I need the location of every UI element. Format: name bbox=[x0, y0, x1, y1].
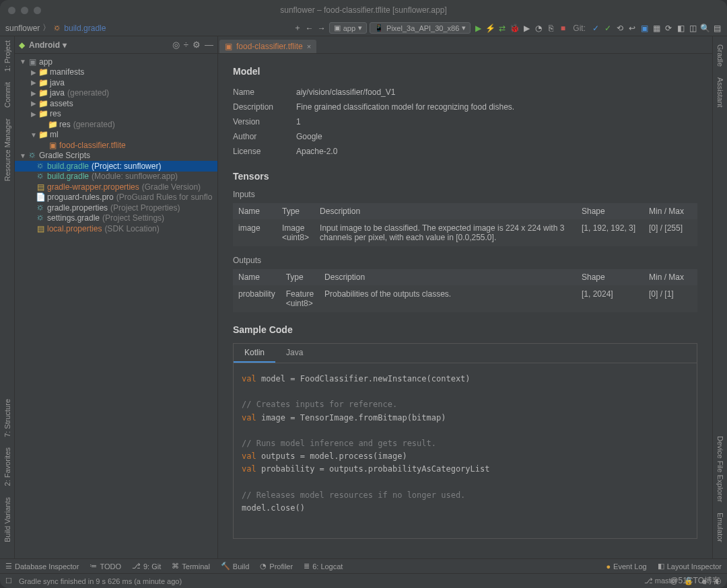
th-type: Type bbox=[281, 269, 319, 285]
tree-node-res[interactable]: ▶📁res bbox=[15, 109, 217, 120]
tree-node-wrapper-props[interactable]: ▤gradle-wrapper.properties(Gradle Versio… bbox=[15, 182, 217, 192]
device-selector[interactable]: 📱 Pixel_3a_API_30_x86 ▾ bbox=[370, 22, 471, 34]
stop-icon[interactable]: ■ bbox=[558, 24, 567, 33]
rail-device-file-explorer[interactable]: Device File Explorer bbox=[716, 436, 724, 502]
status-toggle-icon[interactable]: ☐ bbox=[5, 577, 12, 585]
close-tab-icon[interactable]: × bbox=[307, 42, 311, 50]
tree-node-manifests[interactable]: ▶📁manifests bbox=[15, 67, 217, 78]
rail-project[interactable]: 1: Project bbox=[3, 40, 11, 71]
btn-build[interactable]: 🔨 Build bbox=[221, 562, 249, 571]
maximize-window-icon[interactable] bbox=[34, 7, 41, 14]
window-controls[interactable] bbox=[8, 7, 41, 14]
apply-code-icon[interactable]: ⇄ bbox=[497, 24, 507, 33]
rail-assistant[interactable]: Assistant bbox=[716, 77, 724, 108]
structure-icon[interactable]: ◫ bbox=[688, 24, 697, 33]
profile-icon[interactable]: ◔ bbox=[534, 24, 543, 33]
tree-node-local-props[interactable]: ▤local.properties(SDK Location) bbox=[15, 223, 217, 234]
output-type: Feature <uint8> bbox=[281, 285, 319, 312]
add-config-icon[interactable]: ＋ bbox=[293, 24, 302, 33]
bottom-toolbar: ☰ Database Inspector ≔ TODO ⎇ 9: Git ⌘ T… bbox=[0, 558, 727, 573]
project-panel: ◆ Android ▾ ◎ ÷ ⚙ — ▼▣app ▶📁manifests ▶📁… bbox=[15, 36, 218, 558]
tab-kotlin[interactable]: Kotlin bbox=[234, 344, 275, 363]
tree-node-gradle-props[interactable]: ⛭gradle.properties(Project Properties) bbox=[15, 203, 217, 213]
inputs-table: Name Type Description Shape Min / Max im… bbox=[233, 203, 697, 246]
apply-changes-icon[interactable]: ⚡ bbox=[485, 24, 495, 33]
sdk-manager-icon[interactable]: ▦ bbox=[652, 24, 661, 33]
git-update-icon[interactable]: ✓ bbox=[591, 24, 600, 33]
btn-git[interactable]: ⎇ 9: Git bbox=[132, 562, 161, 571]
project-view-selector[interactable]: Android ▾ bbox=[29, 40, 67, 50]
btn-terminal[interactable]: ⌘ Terminal bbox=[172, 562, 210, 571]
rail-emulator[interactable]: Emulator bbox=[716, 513, 724, 542]
avd-manager-icon[interactable]: ▣ bbox=[639, 24, 649, 33]
tree-node-res-generated[interactable]: 📁res(generated) bbox=[15, 119, 217, 130]
top-toolbar: sunflower 〉 ⛭ build.gradle ＋ ← → ▣ app ▾… bbox=[0, 20, 727, 36]
rail-favorites[interactable]: 2: Favorites bbox=[3, 447, 11, 486]
settings-icon[interactable]: ▤ bbox=[712, 24, 722, 33]
hide-panel-icon[interactable]: — bbox=[205, 40, 213, 50]
btn-profiler[interactable]: ◔ Profiler bbox=[260, 562, 293, 571]
breadcrumb-project[interactable]: sunflower bbox=[5, 24, 40, 33]
close-window-icon[interactable] bbox=[8, 7, 15, 14]
btn-database-inspector[interactable]: ☰ Database Inspector bbox=[5, 562, 79, 571]
rail-commit[interactable]: Commit bbox=[3, 82, 11, 108]
run-config-selector[interactable]: ▣ app ▾ bbox=[329, 22, 367, 34]
layout-inspector-icon[interactable]: ◧ bbox=[676, 24, 685, 33]
model-name-value: aiy/vision/classifier/food_V1 bbox=[296, 87, 697, 97]
debug-icon[interactable]: 🐞 bbox=[510, 24, 519, 33]
project-tree[interactable]: ▼▣app ▶📁manifests ▶📁java ▶📁java(generate… bbox=[15, 54, 217, 237]
forward-icon[interactable]: → bbox=[317, 24, 326, 33]
project-panel-header: ◆ Android ▾ ◎ ÷ ⚙ — bbox=[15, 36, 217, 54]
tree-node-settings-gradle[interactable]: ⛭settings.gradle(Project Settings) bbox=[15, 213, 217, 224]
input-minmax: [0] / [255] bbox=[644, 219, 697, 246]
tree-node-build-gradle-project[interactable]: ⛭build.gradle(Project: sunflower) bbox=[15, 161, 217, 172]
sync-gradle-icon[interactable]: ⟳ bbox=[664, 24, 673, 33]
tab-food-classifier[interactable]: ▣ food-classifier.tflite × bbox=[219, 40, 316, 53]
rail-structure[interactable]: 7: Structure bbox=[3, 399, 11, 437]
rail-gradle[interactable]: Gradle bbox=[716, 44, 724, 67]
model-author-label: Author bbox=[233, 132, 296, 141]
tab-java[interactable]: Java bbox=[275, 344, 314, 363]
git-history-icon[interactable]: ⟲ bbox=[615, 24, 625, 33]
tree-node-tflite[interactable]: ▣food-classifier.tflite bbox=[15, 140, 217, 151]
git-rollback-icon[interactable]: ↩ bbox=[627, 24, 637, 33]
tree-node-app[interactable]: ▼▣app bbox=[15, 57, 217, 67]
gear-icon[interactable]: ⚙ bbox=[193, 40, 201, 50]
coverage-icon[interactable]: ▶ bbox=[522, 24, 531, 33]
model-license-label: License bbox=[233, 147, 296, 156]
target-icon[interactable]: ◎ bbox=[172, 40, 180, 50]
input-name: image bbox=[233, 219, 277, 246]
breadcrumb-file[interactable]: build.gradle bbox=[64, 24, 106, 33]
tree-node-assets[interactable]: ▶📁assets bbox=[15, 98, 217, 109]
rail-build-variants[interactable]: Build Variants bbox=[3, 497, 11, 542]
model-license-value: Apache-2.0 bbox=[296, 147, 697, 156]
btn-event-log[interactable]: ● Event Log bbox=[606, 562, 646, 571]
collapse-icon[interactable]: ÷ bbox=[184, 40, 188, 50]
tree-node-java[interactable]: ▶📁java bbox=[15, 77, 217, 88]
attach-debugger-icon[interactable]: ⎘ bbox=[546, 24, 555, 33]
rail-resource-manager[interactable]: Resource Manager bbox=[3, 118, 11, 182]
run-icon[interactable]: ▶ bbox=[473, 24, 483, 33]
model-viewer[interactable]: Model Nameaiy/vision/classifier/food_V1 … bbox=[218, 54, 712, 558]
input-row: image Image <uint8> Input image to be cl… bbox=[233, 219, 697, 246]
tree-node-proguard[interactable]: 📄proguard-rules.pro(ProGuard Rules for s… bbox=[15, 192, 217, 203]
th-shape: Shape bbox=[576, 203, 644, 219]
back-icon[interactable]: ← bbox=[305, 24, 314, 33]
git-commit-icon[interactable]: ✓ bbox=[603, 24, 613, 33]
tree-node-ml[interactable]: ▼📁ml bbox=[15, 130, 217, 141]
search-icon[interactable]: 🔍 bbox=[700, 24, 709, 33]
tree-node-gradle-scripts[interactable]: ▼⛭Gradle Scripts bbox=[15, 151, 217, 161]
minimize-window-icon[interactable] bbox=[21, 7, 28, 14]
breadcrumb[interactable]: sunflower 〉 ⛭ build.gradle bbox=[5, 22, 106, 34]
btn-layout-inspector[interactable]: ◧ Layout Inspector bbox=[658, 562, 722, 571]
tree-node-build-gradle-module[interactable]: ⛭build.gradle(Module: sunflower.app) bbox=[15, 172, 217, 182]
btn-logcat[interactable]: ≣ 6: Logcat bbox=[304, 562, 343, 571]
git-label: Git: bbox=[573, 24, 586, 33]
input-desc: Input image to be classified. The expect… bbox=[314, 219, 576, 246]
model-version-value: 1 bbox=[296, 117, 697, 126]
sample-code[interactable]: val model = FoodClassifier.newInstance(c… bbox=[234, 363, 697, 538]
editor-tabs: ▣ food-classifier.tflite × bbox=[218, 36, 712, 54]
th-minmax: Min / Max bbox=[644, 203, 697, 219]
tree-node-java-generated[interactable]: ▶📁java(generated) bbox=[15, 88, 217, 99]
btn-todo[interactable]: ≔ TODO bbox=[90, 562, 121, 571]
